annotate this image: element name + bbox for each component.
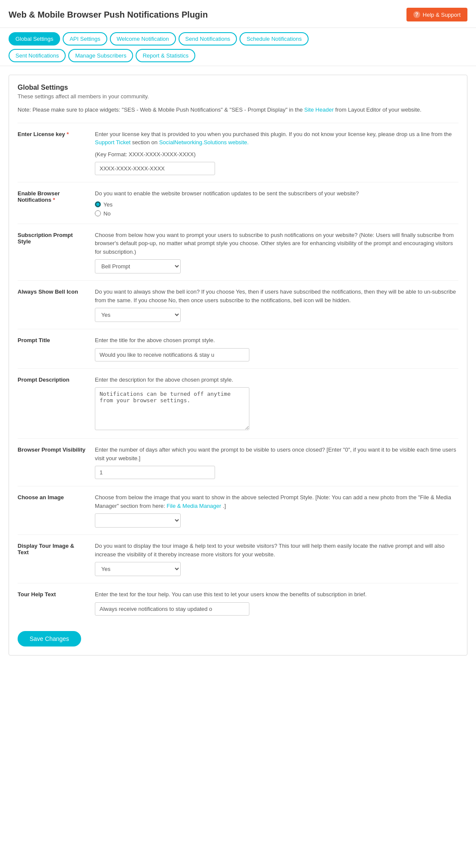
notice-bar: Note: Please make sure to place widgets:… (18, 106, 458, 114)
browser-prompt-visibility-row: Browser Prompt Visibility Enter the numb… (18, 438, 458, 486)
help-support-button[interactable]: ? Help & Support (406, 8, 467, 21)
license-key-row: Enter License key * Enter your license k… (18, 123, 458, 182)
support-ticket-link[interactable]: Support Ticket (95, 139, 130, 146)
prompt-title-field: Enter the title for the above chosen pro… (95, 336, 458, 361)
tour-help-text-desc: Enter the text for the tour help. You ca… (95, 590, 458, 599)
tab-welcome-notification[interactable]: Welcome Notification (110, 32, 176, 46)
tab-sent-notifications[interactable]: Sent Notifications (9, 49, 66, 62)
tour-help-text-label: Tour Help Text (18, 590, 86, 598)
no-radio[interactable] (95, 210, 101, 216)
tab-manage-subscribers[interactable]: Manage Subscribers (68, 49, 133, 62)
subscription-prompt-label: Subscription Prompt Style (18, 231, 86, 245)
prompt-description-label: Prompt Description (18, 376, 86, 383)
display-tour-row: Display Tour Image & Text Do you want to… (18, 534, 458, 583)
choose-image-desc: Choose from below the image that you wan… (95, 493, 458, 510)
subscription-prompt-select[interactable]: Bell Prompt Slide Prompt Page Prompt Non… (95, 259, 181, 273)
browser-prompt-visibility-desc: Enter the number of days after which you… (95, 446, 458, 462)
prompt-description-textarea[interactable]: Notifications can be turned off anytime … (95, 387, 249, 430)
prompt-description-row: Prompt Description Enter the description… (18, 368, 458, 439)
key-format-desc: (Key Format: XXXX-XXXX-XXXX-XXXX) (95, 150, 458, 159)
license-key-label: Enter License key * (18, 130, 86, 137)
file-media-manager-link[interactable]: File & Media Manager (167, 503, 221, 509)
display-tour-field: Do you want to display the tour image & … (95, 542, 458, 576)
no-radio-label[interactable]: No (95, 210, 458, 217)
required-star: * (67, 131, 69, 137)
tour-help-text-row: Tour Help Text Enter the text for the to… (18, 583, 458, 622)
help-icon: ? (413, 11, 420, 18)
license-key-input[interactable] (95, 162, 215, 175)
prompt-title-desc: Enter the title for the above chosen pro… (95, 336, 458, 345)
tab-schedule-notifications[interactable]: Schedule Notifications (240, 32, 309, 46)
enable-browser-notifications-row: Enable Browser Notifications * Do you wa… (18, 182, 458, 224)
display-tour-desc: Do you want to display the tour image & … (95, 542, 458, 558)
page-title: Web & Mobile Browser Push Notifications … (9, 10, 208, 20)
prompt-description-desc: Enter the description for the above chos… (95, 376, 458, 384)
yes-radio[interactable] (95, 201, 101, 207)
choose-image-label: Choose an Image (18, 493, 86, 501)
prompt-description-field: Enter the description for the above chos… (95, 376, 458, 432)
yes-radio-label[interactable]: Yes (95, 201, 458, 208)
help-support-label: Help & Support (423, 12, 461, 18)
tab-report-statistics[interactable]: Report & Statistics (136, 49, 195, 62)
tour-help-text-field: Enter the text for the tour help. You ca… (95, 590, 458, 616)
tour-help-text-input[interactable] (95, 602, 249, 616)
prompt-title-label: Prompt Title (18, 336, 86, 343)
section-subtitle: These settings affect all members in you… (18, 93, 458, 100)
display-tour-label: Display Tour Image & Text (18, 542, 86, 555)
license-key-field: Enter your license key that is provided … (95, 130, 458, 176)
settings-panel: Global Settings These settings affect al… (9, 75, 467, 656)
enable-browser-notifications-field: Do you want to enable the website browse… (95, 189, 458, 217)
always-show-bell-field: Do you want to always show the bell icon… (95, 288, 458, 322)
prompt-title-input[interactable] (95, 348, 249, 361)
browser-prompt-visibility-field: Enter the number of days after which you… (95, 446, 458, 479)
always-show-bell-select[interactable]: Yes No (95, 308, 181, 322)
always-show-bell-label: Always Show Bell Icon (18, 288, 86, 295)
license-key-desc: Enter your license key that is provided … (95, 130, 458, 147)
subscription-prompt-field: Choose from below how you want to prompt… (95, 231, 458, 274)
browser-prompt-visibility-input[interactable] (95, 466, 215, 479)
subscription-prompt-desc: Choose from below how you want to prompt… (95, 231, 458, 256)
always-show-bell-desc: Do you want to always show the bell icon… (95, 288, 458, 304)
prompt-title-row: Prompt Title Enter the title for the abo… (18, 329, 458, 368)
socialnetworking-link[interactable]: SocialNetworking.Solutions website. (159, 139, 249, 146)
enable-notifications-desc: Do you want to enable the website browse… (95, 189, 458, 198)
enable-browser-notifications-label: Enable Browser Notifications * (18, 189, 86, 203)
save-btn-wrapper: Save Changes (18, 622, 458, 646)
nav-tabs: Global SettingsAPI SettingsWelcome Notif… (0, 28, 476, 66)
tab-global-settings[interactable]: Global Settings (9, 32, 60, 46)
choose-image-select[interactable] (95, 513, 181, 528)
required-star2: * (53, 197, 55, 203)
save-changes-button[interactable]: Save Changes (18, 631, 81, 646)
subscription-prompt-style-row: Subscription Prompt Style Choose from be… (18, 224, 458, 281)
browser-prompt-visibility-label: Browser Prompt Visibility (18, 446, 86, 453)
display-tour-select[interactable]: Yes No (95, 562, 181, 576)
section-title: Global Settings (18, 84, 458, 91)
tab-send-notifications[interactable]: Send Notifications (179, 32, 237, 46)
tab-api-settings[interactable]: API Settings (63, 32, 107, 46)
always-show-bell-row: Always Show Bell Icon Do you want to alw… (18, 280, 458, 329)
choose-image-row: Choose an Image Choose from below the im… (18, 486, 458, 534)
choose-image-field: Choose from below the image that you wan… (95, 493, 458, 528)
site-header-link[interactable]: Site Header (304, 106, 334, 113)
enable-notifications-radio-group: Yes No (95, 201, 458, 217)
